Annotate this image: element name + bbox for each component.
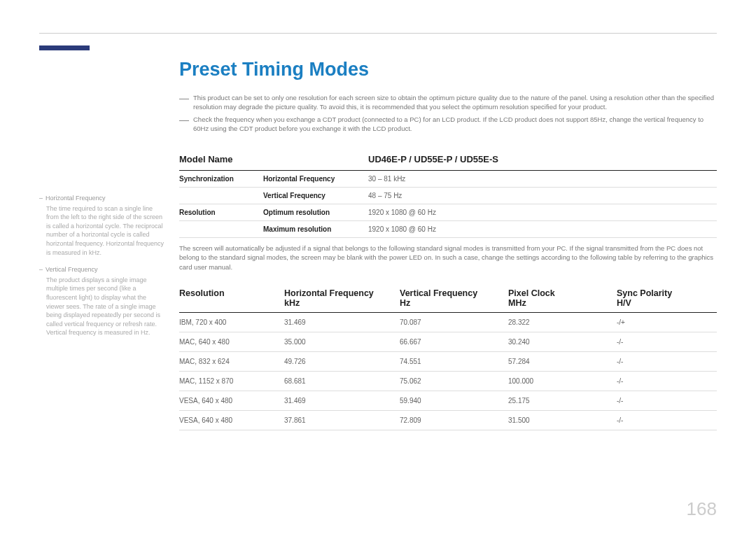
table-row: IBM, 720 x 40031.46970.08728.322-/+ — [179, 313, 717, 332]
spec-group: Resolution — [179, 209, 263, 216]
page-title: Preset Timing Modes — [179, 59, 717, 80]
spec-label: Optimum resolution — [263, 209, 368, 216]
cell-resolution: MAC, 640 x 480 — [179, 338, 284, 346]
table-row: VESA, 640 x 48031.46959.94025.175-/- — [179, 391, 717, 411]
cell-sync: -/- — [617, 338, 717, 346]
th-pclock: Pixel ClockMHz — [508, 288, 617, 308]
cell-vfreq: 70.087 — [400, 318, 508, 326]
cell-resolution: MAC, 1152 x 870 — [179, 377, 284, 385]
sidebar-hfreq-body: The time required to scan a single line … — [39, 204, 165, 258]
table-row: MAC, 640 x 48035.00066.66730.240-/- — [179, 332, 717, 352]
table-row: MAC, 832 x 62449.72674.55157.284-/- — [179, 352, 717, 372]
cell-hfreq: 31.469 — [284, 397, 400, 405]
spec-label: Maximum resolution — [263, 225, 368, 233]
cell-resolution: IBM, 720 x 400 — [179, 318, 284, 326]
sidebar-notes: – Horizontal Frequency The time required… — [39, 194, 165, 346]
model-header-row: Model Name UD46E-P / UD55E-P / UD55E-S — [179, 148, 717, 171]
note-2: ― Check the frequency when you exchange … — [179, 115, 717, 134]
timing-table-header: Resolution Horizontal FrequencykHz Verti… — [179, 281, 717, 313]
cell-vfreq: 72.809 — [400, 416, 508, 424]
th-resolution: Resolution — [179, 288, 284, 308]
spec-value: 1920 x 1080 @ 60 Hz — [368, 209, 436, 216]
accent-bar — [39, 45, 90, 50]
cell-vfreq: 66.667 — [400, 338, 508, 346]
cell-resolution: VESA, 640 x 480 — [179, 416, 284, 424]
note-1: ― This product can be set to only one re… — [179, 93, 717, 112]
cell-hfreq: 31.469 — [284, 318, 400, 326]
cell-pclock: 57.284 — [508, 358, 617, 365]
spec-value: 1920 x 1080 @ 60 Hz — [368, 225, 436, 233]
spec-table: Synchronization Horizontal Frequency 30 … — [179, 171, 717, 238]
table-row: VESA, 640 x 48037.86172.80931.500-/- — [179, 411, 717, 430]
model-name-label: Model Name — [179, 154, 368, 164]
spec-value: 30 – 81 kHz — [368, 175, 405, 183]
cell-sync: -/- — [617, 397, 717, 405]
cell-pclock: 28.322 — [508, 318, 617, 326]
cell-sync: -/- — [617, 358, 717, 365]
th-sync: Sync PolarityH/V — [617, 288, 717, 308]
spec-value: 48 – 75 Hz — [368, 192, 402, 199]
spec-label: Horizontal Frequency — [263, 175, 368, 183]
cell-pclock: 25.175 — [508, 397, 617, 405]
sidebar-hfreq-title: Horizontal Frequency — [46, 195, 106, 202]
spec-group: Synchronization — [179, 175, 263, 183]
cell-vfreq: 75.062 — [400, 377, 508, 385]
model-name-value: UD46E-P / UD55E-P / UD55E-S — [368, 154, 498, 164]
body-paragraph: The screen will automatically be adjuste… — [179, 244, 717, 272]
cell-hfreq: 37.861 — [284, 416, 400, 424]
page-number: 168 — [687, 498, 717, 520]
cell-resolution: VESA, 640 x 480 — [179, 397, 284, 405]
cell-pclock: 31.500 — [508, 416, 617, 424]
cell-pclock: 100.000 — [508, 377, 617, 385]
th-hfreq: Horizontal FrequencykHz — [284, 288, 400, 308]
spec-label: Vertical Frequency — [263, 192, 368, 199]
cell-pclock: 30.240 — [508, 338, 617, 346]
sidebar-vfreq-title: Vertical Frequency — [46, 266, 98, 273]
cell-sync: -/+ — [617, 318, 717, 326]
sidebar-vfreq-body: The product displays a single image mult… — [39, 276, 165, 337]
cell-hfreq: 68.681 — [284, 377, 400, 385]
cell-hfreq: 49.726 — [284, 358, 400, 365]
th-vfreq: Vertical FrequencyHz — [400, 288, 508, 308]
cell-hfreq: 35.000 — [284, 338, 400, 346]
cell-vfreq: 59.940 — [400, 397, 508, 405]
timing-table-body: IBM, 720 x 40031.46970.08728.322-/+MAC, … — [179, 313, 717, 430]
cell-sync: -/- — [617, 416, 717, 424]
cell-vfreq: 74.551 — [400, 358, 508, 365]
table-row: MAC, 1152 x 87068.68175.062100.000-/- — [179, 372, 717, 391]
cell-sync: -/- — [617, 377, 717, 385]
cell-resolution: MAC, 832 x 624 — [179, 358, 284, 365]
